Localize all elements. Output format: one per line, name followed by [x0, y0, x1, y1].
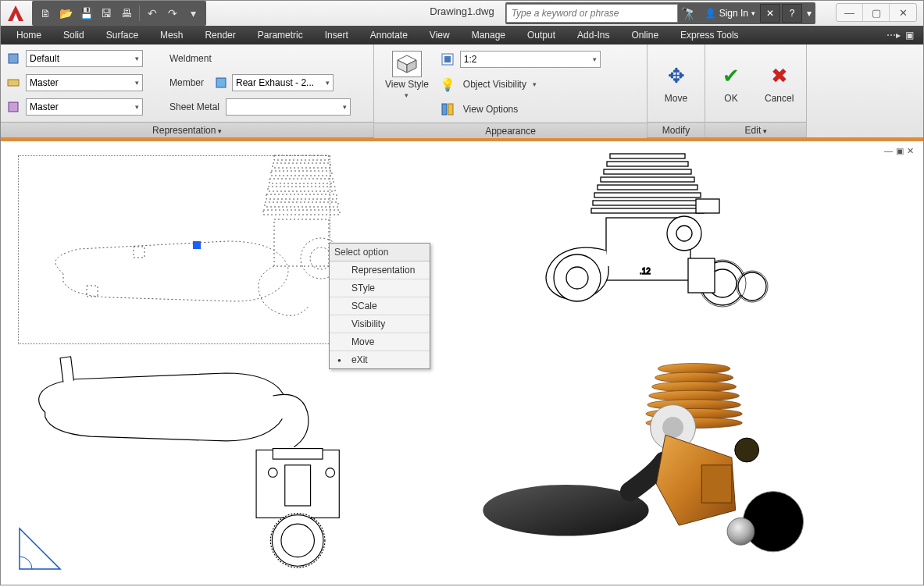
- tab-parametric[interactable]: Parametric: [247, 27, 314, 44]
- vp-restore-icon[interactable]: ▣: [896, 146, 904, 156]
- options-icon: [440, 101, 455, 117]
- saveas-icon[interactable]: 🖫: [97, 4, 116, 23]
- move-icon: ✥: [663, 63, 690, 90]
- help-dropdown-icon[interactable]: ▾: [804, 4, 815, 23]
- member-combo[interactable]: Rear Exhaust - 2...▾: [232, 74, 334, 91]
- undo-icon[interactable]: ↶: [143, 4, 162, 23]
- drawing-canvas[interactable]: ― ▣ ✕: [1, 141, 923, 585]
- cancel-button[interactable]: ✖ Cancel: [757, 48, 801, 119]
- check-icon: ✔: [718, 63, 744, 90]
- svg-point-68: [755, 503, 791, 539]
- help-icon[interactable]: ?: [782, 4, 802, 23]
- tab-surface[interactable]: Surface: [95, 27, 149, 44]
- maximize-icon[interactable]: ▢: [863, 4, 890, 21]
- tab-solid[interactable]: Solid: [52, 27, 95, 44]
- tab-addins[interactable]: Add-Ins: [566, 27, 620, 44]
- binoculars-icon[interactable]: 🔭: [678, 4, 700, 23]
- position-rep-combo[interactable]: Master▾: [26, 74, 143, 91]
- svg-rect-28: [604, 169, 691, 174]
- sheetmetal-label: Sheet Metal: [166, 101, 219, 112]
- svg-point-41: [701, 261, 744, 305]
- scale-icon[interactable]: [440, 52, 455, 67]
- svg-point-39: [554, 254, 601, 301]
- print-icon[interactable]: 🖶: [117, 4, 136, 23]
- cube-icon: [392, 51, 422, 77]
- svg-point-60: [648, 400, 741, 411]
- svg-rect-33: [591, 208, 704, 213]
- view-options-button[interactable]: View Options: [440, 99, 601, 119]
- vp-close-icon[interactable]: ✕: [907, 146, 914, 156]
- qat-dropdown-icon[interactable]: ▾: [184, 4, 202, 23]
- save-icon[interactable]: 💾: [77, 4, 95, 23]
- lod-rep-icon[interactable]: [5, 99, 21, 115]
- context-menu-header: Select option: [330, 244, 430, 261]
- tab-insert[interactable]: Insert: [314, 27, 359, 44]
- new-icon[interactable]: 🗎: [36, 4, 55, 23]
- svg-rect-46: [688, 258, 715, 293]
- tab-online[interactable]: Online: [620, 27, 669, 44]
- ribbon-scroll-icon[interactable]: ⋯▸: [887, 30, 901, 41]
- ok-button[interactable]: ✔ OK: [710, 48, 752, 119]
- svg-point-36: [667, 216, 701, 251]
- move-button[interactable]: ✥ Move: [655, 48, 697, 119]
- svg-point-53: [326, 468, 335, 478]
- titlebar: 🗎 📂 💾 🖫 🖶 ↶ ↷ ▾ Drawing1.dwg 🔭 👤 Sign In…: [1, 1, 923, 26]
- design-view-combo[interactable]: Default▾: [26, 50, 143, 67]
- ucs-icon: [16, 525, 63, 572]
- ctx-item-scale[interactable]: SCale: [330, 297, 430, 315]
- selection-grip[interactable]: [193, 241, 201, 249]
- tab-manage[interactable]: Manage: [461, 27, 516, 44]
- ctx-item-style[interactable]: STyle: [330, 279, 430, 297]
- app-logo[interactable]: [1, 1, 30, 26]
- tab-render[interactable]: Render: [194, 27, 246, 44]
- svg-rect-31: [594, 193, 701, 197]
- svg-rect-32: [593, 201, 702, 205]
- signin-button[interactable]: 👤 Sign In ▾: [700, 4, 760, 23]
- svg-point-49: [281, 524, 314, 557]
- svg-rect-54: [285, 465, 311, 506]
- cancel-label: Cancel: [765, 93, 794, 104]
- tab-express[interactable]: Express Tools: [669, 27, 749, 44]
- member-icon[interactable]: [213, 75, 229, 91]
- ribbon-collapse-icon[interactable]: ▣: [905, 30, 914, 41]
- design-view-icon[interactable]: [5, 51, 21, 66]
- close-icon[interactable]: ✕: [890, 4, 916, 21]
- ctx-item-representation[interactable]: Representation: [330, 261, 430, 279]
- search-input[interactable]: [506, 4, 678, 23]
- tab-annotate[interactable]: Annotate: [359, 27, 419, 44]
- panel-title-representation[interactable]: Representation: [1, 122, 373, 137]
- ctx-item-visibility[interactable]: Visibility: [330, 315, 430, 333]
- object-visibility-button[interactable]: 💡 Object Visibility ▾: [440, 74, 601, 94]
- svg-rect-5: [9, 102, 18, 112]
- svg-point-70: [727, 518, 755, 545]
- member-label: Member: [166, 77, 204, 88]
- window-controls: ― ▢ ✕: [836, 3, 917, 22]
- exchange-icon[interactable]: ✕: [760, 4, 780, 23]
- view-style-button[interactable]: View Style ▾: [379, 48, 435, 119]
- sheetmetal-combo[interactable]: ▾: [226, 98, 351, 116]
- svg-point-37: [676, 226, 692, 241]
- svg-point-44: [699, 260, 746, 307]
- vp-minimize-icon[interactable]: ―: [884, 146, 893, 156]
- svg-rect-3: [8, 80, 19, 86]
- panel-title-edit[interactable]: Edit: [705, 122, 806, 137]
- tab-mesh[interactable]: Mesh: [149, 27, 194, 44]
- svg-point-55: [483, 485, 648, 536]
- ctx-item-move[interactable]: Move: [330, 333, 430, 351]
- tab-view[interactable]: View: [419, 27, 461, 44]
- tab-output[interactable]: Output: [516, 27, 566, 44]
- scale-combo[interactable]: 1:2▾: [460, 51, 601, 68]
- svg-rect-29: [601, 177, 694, 182]
- position-rep-icon[interactable]: [5, 75, 21, 91]
- svg-rect-2: [9, 54, 18, 63]
- ctx-item-exit[interactable]: eXit: [330, 351, 430, 368]
- svg-point-61: [646, 408, 743, 419]
- tab-home[interactable]: Home: [5, 27, 52, 44]
- view-style-label: View Style: [385, 79, 429, 90]
- redo-icon[interactable]: ↷: [163, 4, 182, 23]
- chevron-down-icon: ▾: [751, 9, 755, 17]
- open-icon[interactable]: 📂: [56, 4, 75, 23]
- panel-title-modify: Modify: [648, 122, 705, 137]
- minimize-icon[interactable]: ―: [837, 4, 863, 21]
- lod-rep-combo[interactable]: Master▾: [26, 98, 143, 116]
